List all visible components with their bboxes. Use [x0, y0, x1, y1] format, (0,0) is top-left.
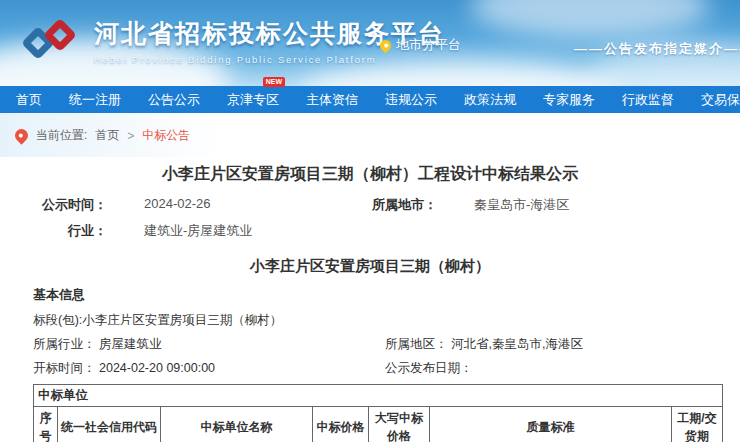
open-time-line: 开标时间： 2024-02-20 09:00:00 [33, 360, 385, 377]
breadcrumb-separator: > [127, 129, 134, 143]
nav-item-4[interactable]: 主体资信 [306, 91, 358, 109]
platform-subtitle: Hebei Province Bidding Public Service Pl… [94, 54, 445, 65]
announce-date-line: 公示发布日期： [385, 360, 740, 377]
breadcrumb: 当前位置: 首页 > 中标公告 [0, 113, 740, 157]
column-header: 大写中标价格 [369, 406, 430, 442]
nav-item-7[interactable]: 专家服务 [543, 91, 595, 109]
open-time-value: 2024-02-20 09:00:00 [99, 361, 215, 375]
city-value: 秦皇岛市-海港区 [437, 196, 740, 214]
nav-items: 首页统一注册公告公示京津专区NEW主体资信违规公示政策法规专家服务行政监督交易保… [16, 91, 740, 109]
winning-bidder-table: 中标单位 序号统一社会信用代码中标单位名称中标价格大写中标价格质量标准工期/交货… [33, 384, 723, 442]
city-label: 所属地市： [359, 196, 437, 214]
announcement-media-slogan: ——公告发布指定媒介—— [574, 40, 740, 58]
nav-item-6[interactable]: 政策法规 [464, 91, 516, 109]
table-caption: 中标单位 [34, 385, 723, 407]
column-header: 工期/交货期 [672, 406, 723, 442]
platform-logo-icon [22, 15, 86, 71]
nav-item-5[interactable]: 违规公示 [385, 91, 437, 109]
breadcrumb-pin-icon [12, 126, 30, 144]
column-header: 中标价格 [313, 406, 369, 442]
breadcrumb-label: 当前位置: [36, 127, 87, 144]
basic-info-heading: 基本信息 [33, 286, 740, 304]
column-header: 序号 [34, 406, 58, 442]
nav-item-1[interactable]: 统一注册 [69, 91, 121, 109]
city-subplatform-link[interactable]: 地市分平台 [380, 36, 461, 54]
breadcrumb-home-link[interactable]: 首页 [95, 127, 119, 144]
publish-time-label: 公示时间： [0, 196, 107, 214]
breadcrumb-current[interactable]: 中标公告 [142, 127, 190, 144]
industry-value: 房屋建筑业 [99, 337, 162, 351]
top-banner: 河北省招标投标公共服务平台 Hebei Province Bidding Pub… [0, 0, 740, 86]
opentime-announce-line: 开标时间： 2024-02-20 09:00:00 公示发布日期： [33, 360, 740, 377]
nav-item-8[interactable]: 行政监督 [622, 91, 674, 109]
industry-label: 所属行业： [33, 337, 96, 351]
open-time-label: 开标时间： [33, 361, 96, 375]
publish-time-value: 2024-02-26 [107, 196, 359, 214]
column-header: 质量标准 [430, 406, 672, 442]
announce-date-label: 公示发布日期： [385, 361, 473, 375]
main-navbar: 首页统一注册公告公示京津专区NEW主体资信违规公示政策法规专家服务行政监督交易保… [0, 86, 740, 113]
industry-value: 建筑业-房屋建筑业 [107, 222, 359, 240]
column-header: 中标单位名称 [161, 406, 313, 442]
main-content: 小李庄片区安置房项目三期（柳村）工程设计中标结果公示 公示时间： 2024-02… [0, 164, 740, 442]
column-header: 统一社会信用代码 [58, 406, 161, 442]
location-pin-icon [378, 37, 394, 53]
nav-item-3[interactable]: 京津专区NEW [227, 91, 279, 109]
region-value: 河北省,秦皇岛市,海港区 [451, 337, 583, 351]
region-label: 所属地区： [385, 337, 448, 351]
industry-region-line: 所属行业： 房屋建筑业 所属地区： 河北省,秦皇岛市,海港区 [33, 336, 740, 353]
announcement-meta: 公示时间： 2024-02-26 所属地市： 秦皇岛市-海港区 行业： 建筑业-… [0, 196, 740, 240]
page-title: 小李庄片区安置房项目三期（柳村）工程设计中标结果公示 [0, 164, 740, 185]
bid-section-line: 标段(包):小李庄片区安置房项目三期（柳村） [33, 312, 740, 329]
project-section-title: 小李庄片区安置房项目三期（柳村） [0, 257, 740, 276]
table-caption-row: 中标单位 [34, 385, 723, 407]
cloud-decoration [470, 0, 710, 38]
industry-line: 所属行业： 房屋建筑业 [33, 336, 385, 353]
city-subplatform-label: 地市分平台 [396, 36, 461, 54]
table-header-row: 序号统一社会信用代码中标单位名称中标价格大写中标价格质量标准工期/交货期 [34, 406, 723, 442]
basic-info: 基本信息 标段(包):小李庄片区安置房项目三期（柳村） 所属行业： 房屋建筑业 … [33, 286, 740, 377]
industry-label: 行业： [0, 222, 107, 240]
region-line: 所属地区： 河北省,秦皇岛市,海港区 [385, 336, 740, 353]
nav-item-0[interactable]: 首页 [16, 91, 42, 109]
nav-item-9[interactable]: 交易保障 [701, 91, 740, 109]
nav-item-2[interactable]: 公告公示 [148, 91, 200, 109]
new-badge: NEW [263, 77, 285, 87]
